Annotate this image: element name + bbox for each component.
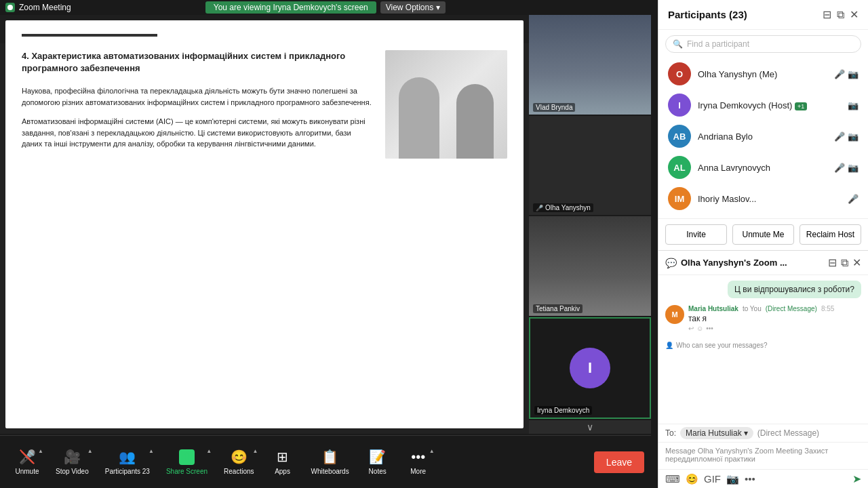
search-icon: 🔍 — [673, 39, 683, 49]
unmute-button[interactable]: 🎤 Unmute ▲ — [7, 436, 47, 488]
apps-icon: ⊞ — [277, 449, 288, 465]
reactions-button[interactable]: 😊 Reactions ▲ — [216, 436, 262, 488]
notes-button[interactable]: 📝 Notes — [357, 436, 398, 488]
olha-participant-name: Olha Yanyshyn (Me) — [698, 69, 827, 79]
scroll-down-chevron[interactable]: ∨ — [529, 420, 651, 434]
to-recipient-badge[interactable]: Maria Hutsuliak ▾ — [680, 427, 753, 439]
participant-action-buttons: Invite Unmute Me Reclaim Host — [658, 218, 868, 250]
popout-participants-icon[interactable]: ⧉ — [837, 9, 844, 21]
tile-face-bg-3 — [529, 216, 651, 316]
iryna-name: Iryna Demkovych — [537, 407, 589, 414]
mic-muted-icon: 🎤 — [536, 205, 543, 211]
leave-button[interactable]: Leave — [594, 451, 644, 473]
slide-image — [385, 50, 507, 159]
direct-message-label: (Direct Message) — [757, 428, 819, 438]
reactions-caret[interactable]: ▲ — [253, 448, 258, 454]
anna-cam-icon: 📷 — [848, 163, 859, 173]
apps-button[interactable]: ⊞ Apps — [262, 436, 303, 488]
to-label: To: — [665, 428, 676, 438]
video-icon: 🎥 — [64, 449, 81, 465]
chat-to-row: To: Maria Hutsuliak ▾ (Direct Message) — [658, 424, 868, 442]
more-chat-icon[interactable]: ••• — [745, 473, 755, 485]
more-actions-icon[interactable]: ••• — [706, 325, 713, 332]
keyboard-icon[interactable]: ⌨ — [665, 473, 680, 485]
emoji-icon[interactable]: 😊 — [686, 473, 698, 485]
more-caret[interactable]: ▲ — [429, 448, 435, 454]
unmute-me-button[interactable]: Unmute Me — [732, 224, 794, 245]
chat-input-area[interactable]: Message Olha Yanyshyn's Zoom Meeting Зах… — [658, 442, 868, 469]
chat-message-2: M Maria Hutsuliak to You (Direct Message… — [665, 305, 861, 332]
video-tile-vlad-brynda[interactable]: Vlad Brynda — [529, 15, 651, 115]
ihoriy-status-icons: 🎤 — [848, 194, 859, 204]
anna-name: Anna Lavrynovych — [698, 163, 827, 173]
olha-name: Olha Yanyshyn — [545, 204, 591, 211]
popout-chat-icon[interactable]: ⧉ — [841, 257, 848, 269]
tetiana-name: Tetiana Pankiv — [536, 305, 580, 312]
video-tile-olha[interactable]: 🎤 Olha Yanyshyn — [529, 116, 651, 216]
screenshot-icon[interactable]: 📷 — [726, 473, 739, 485]
participants-caret[interactable]: ▲ — [149, 448, 154, 454]
more-button[interactable]: ••• More ▲ — [398, 436, 439, 488]
right-panel: Participants (23) ⊟ ⧉ ✕ 🔍 Find a partici… — [658, 0, 868, 488]
participants-label: Participants 23 — [105, 468, 150, 475]
apps-label: Apps — [275, 468, 290, 475]
share-screen-button[interactable]: ⬆ Share Screen ▲ — [158, 436, 216, 488]
olha-avatar: O — [668, 62, 691, 85]
participant-item-iryna[interactable]: I Iryna Demkovych (Host) +1 📷 — [658, 89, 868, 121]
slide-container: 🕐 00:26:03 ▾ ⊞ View 4. Характеристика ав… — [0, 15, 529, 434]
slide-content-area: 4. Характеристика автоматизованих інформ… — [5, 20, 524, 428]
gif-icon[interactable]: GIF — [704, 473, 721, 485]
view-options-label: View Options — [386, 3, 433, 12]
chat-message-1: Ц ви відпрошувалися з роботи? — [665, 281, 861, 298]
reclaim-host-button[interactable]: Reclaim Host — [800, 224, 861, 245]
participants-controls: ⊟ ⧉ ✕ — [823, 8, 859, 21]
main-area: 🕐 00:26:03 ▾ ⊞ View 4. Характеристика ав… — [0, 15, 651, 434]
invite-button[interactable]: Invite — [665, 224, 727, 245]
andriana-avatar: AB — [668, 125, 691, 148]
share-screen-caret[interactable]: ▲ — [206, 448, 212, 454]
react-icon[interactable]: ☺ — [696, 325, 703, 332]
anna-mic-icon: 🎤 — [834, 163, 845, 173]
participant-search-box[interactable]: 🔍 Find a participant — [665, 35, 861, 53]
chat-input-placeholder[interactable]: Message Olha Yanyshyn's Zoom Meeting Зах… — [665, 447, 861, 463]
participants-panel: Participants (23) ⊟ ⧉ ✕ 🔍 Find a partici… — [658, 0, 868, 251]
search-placeholder: Find a participant — [687, 39, 749, 49]
message-actions: ↩ ☺ ••• — [688, 325, 861, 332]
slide-text-area: 4. Характеристика автоматизованих інформ… — [22, 50, 372, 415]
reactions-label: Reactions — [224, 468, 254, 475]
slide-paragraph-1: Наукова, професійна філологічна та перек… — [22, 85, 372, 108]
reactions-icon: 😊 — [231, 449, 248, 465]
send-button[interactable]: ➤ — [852, 472, 861, 485]
chat-header: 💬 Olha Yanyshyn's Zoom ... ⊟ ⧉ ✕ — [658, 251, 868, 275]
view-options-button[interactable]: View Options ▾ — [380, 1, 446, 14]
video-caret[interactable]: ▲ — [87, 448, 93, 454]
reply-icon[interactable]: ↩ — [688, 325, 694, 332]
andriana-status-icons: 🎤 📷 — [834, 131, 859, 142]
stop-video-label: Stop Video — [56, 468, 89, 475]
chat-title-row: 💬 Olha Yanyshyn's Zoom ... — [665, 258, 787, 268]
video-tile-iryna[interactable]: I Iryna Demkovych — [529, 317, 651, 420]
stop-video-button[interactable]: 🎥 Stop Video ▲ — [47, 436, 97, 488]
participant-item-andriana[interactable]: AB Andriana Bylo 🎤 📷 — [658, 121, 868, 152]
unmute-caret[interactable]: ▲ — [38, 448, 43, 454]
minimize-chat-icon[interactable]: ⊟ — [828, 256, 837, 269]
dm-indicator: (Direct Message) — [766, 305, 817, 312]
zoom-logo-icon — [5, 3, 15, 12]
participant-item-anna[interactable]: AL Anna Lavrynovych 🎤 📷 — [658, 152, 868, 183]
video-tile-tetiana[interactable]: Tetiana Pankiv — [529, 216, 651, 316]
iryna-avatar: I — [570, 348, 610, 388]
whiteboards-label: Whiteboards — [311, 468, 349, 475]
iryna-participant-name: Iryna Demkovych (Host) +1 — [698, 100, 841, 110]
minimize-participants-icon[interactable]: ⊟ — [823, 8, 831, 21]
whiteboards-button[interactable]: 📋 Whiteboards — [303, 436, 357, 488]
close-chat-icon[interactable]: ✕ — [852, 256, 861, 269]
svg-point-0 — [7, 5, 13, 10]
participants-button[interactable]: 👥 Participants 23 ▲ — [97, 436, 158, 488]
olha-status-icons: 🎤 📷 — [834, 69, 859, 79]
participant-item-ihoriy[interactable]: IM Ihoriy Maslov... 🎤 — [658, 183, 868, 214]
slide-paragraph-2: Автоматизовані інформаційні системи (АІС… — [22, 116, 372, 150]
more-label: More — [410, 468, 426, 475]
close-participants-icon[interactable]: ✕ — [850, 8, 859, 21]
participant-item-olha[interactable]: O Olha Yanyshyn (Me) 🎤 📷 — [658, 58, 868, 89]
participants-header: Participants (23) ⊟ ⧉ ✕ — [658, 0, 868, 30]
